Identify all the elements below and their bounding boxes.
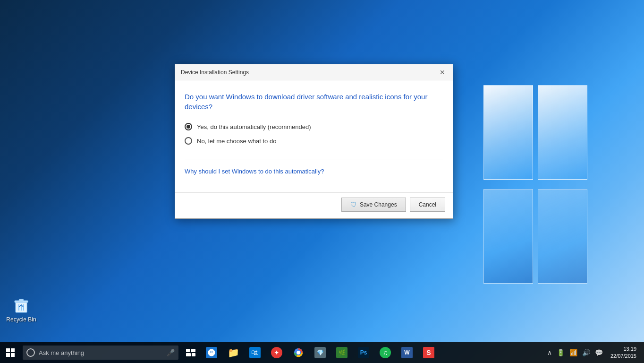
- dialog-titlebar: Device Installation Settings ✕: [175, 64, 453, 80]
- save-changes-button[interactable]: 🛡 Save Changes: [341, 198, 406, 212]
- dialog-title: Device Installation Settings: [181, 69, 249, 76]
- radio-no-input[interactable]: [185, 137, 192, 145]
- device-installation-dialog: Device Installation Settings ✕ Do you wa…: [175, 64, 453, 219]
- radio-yes-label: Yes, do this automatically (recommended): [197, 123, 311, 130]
- dialog-footer: 🛡 Save Changes Cancel: [175, 192, 453, 218]
- cancel-button[interactable]: Cancel: [410, 198, 445, 212]
- dialog-close-button[interactable]: ✕: [438, 68, 447, 77]
- dialog-question: Do you want Windows to download driver s…: [185, 92, 443, 112]
- dialog-help-link[interactable]: Why should I set Windows to do this auto…: [185, 168, 324, 175]
- shield-icon: 🛡: [350, 201, 357, 208]
- radio-yes-input[interactable]: [185, 123, 192, 130]
- desktop: Recycle Bin Device Installation Settings…: [0, 0, 644, 363]
- radio-option-no[interactable]: No, let me choose what to do: [185, 137, 443, 145]
- radio-option-yes[interactable]: Yes, do this automatically (recommended): [185, 123, 443, 130]
- dialog-link-section: Why should I set Windows to do this auto…: [185, 159, 443, 175]
- dialog-overlay: Device Installation Settings ✕ Do you wa…: [0, 0, 644, 363]
- radio-no-label: No, let me choose what to do: [197, 138, 276, 145]
- dialog-body: Do you want Windows to download driver s…: [175, 80, 453, 185]
